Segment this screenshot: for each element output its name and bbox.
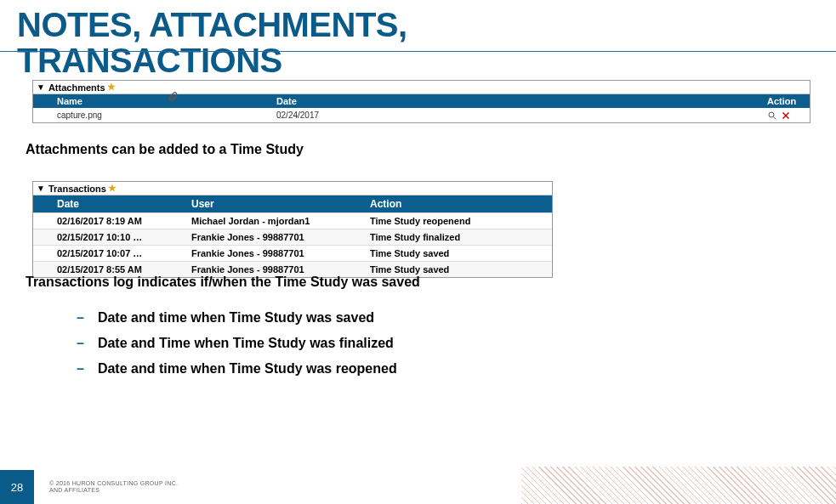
transaction-action: Time Study saved [365, 246, 552, 261]
transaction-date: 02/15/2017 10:10 … [33, 229, 186, 245]
transaction-user: Frankie Jones - 99887701 [186, 229, 365, 245]
bullet-item: –Date and time when Time Study was saved [77, 305, 836, 331]
attachment-name[interactable]: capture.png [33, 108, 271, 122]
col-date-header: Date [33, 195, 186, 212]
header-divider [0, 51, 836, 52]
copyright-line2: AND AFFILIATES [49, 487, 178, 494]
star-icon: ★ [108, 183, 117, 194]
paperclip-icon [167, 91, 179, 103]
transactions-panel-header[interactable]: ▼ Transactions ★ [33, 182, 552, 195]
transaction-row: 02/15/2017 10:10 … Frankie Jones - 99887… [33, 229, 552, 245]
svg-line-1 [774, 116, 776, 119]
transactions-label: Transactions [48, 184, 106, 194]
transaction-action: Time Study finalized [365, 229, 552, 245]
transactions-note: Transactions log indicates if/when the T… [0, 275, 836, 290]
col-action-header: Action [365, 195, 552, 212]
transaction-date: 02/16/2017 8:19 AM [33, 213, 186, 229]
bullet-item: –Date and time when Time Study was reope… [77, 356, 836, 382]
bullet-item: –Date and Time when Time Study was final… [77, 331, 836, 356]
footer: 28 © 2016 HURON CONSULTING GROUP INC. AN… [0, 470, 178, 504]
collapse-icon: ▼ [37, 184, 45, 193]
transaction-user: Frankie Jones - 99887701 [186, 246, 365, 261]
page-title-line2: TRANSACTIONS [0, 42, 836, 78]
attachment-date: 02/24/2017 [271, 108, 762, 122]
col-user-header: User [186, 195, 365, 212]
transaction-date: 02/15/2017 10:07 … [33, 246, 186, 261]
attachments-panel: ▼ Attachments ★ Name Date Action capture… [32, 80, 810, 123]
delete-icon[interactable] [781, 110, 791, 121]
star-icon: ★ [107, 82, 116, 93]
copyright-line1: © 2016 HURON CONSULTING GROUP INC. [49, 480, 178, 487]
transaction-user: Michael Jordan - mjordan1 [186, 213, 365, 229]
view-icon[interactable] [767, 110, 777, 121]
transactions-panel: ▼ Transactions ★ Date User Action 02/16/… [32, 181, 553, 278]
page-title-line1: NOTES, ATTACHMENTS, [0, 0, 836, 42]
col-action-header: Action [762, 94, 810, 108]
decorative-hatch [521, 467, 836, 504]
bullet-list: –Date and time when Time Study was saved… [0, 290, 836, 382]
dash-icon: – [77, 310, 84, 325]
copyright: © 2016 HURON CONSULTING GROUP INC. AND A… [34, 480, 178, 495]
col-date-header: Date [271, 94, 762, 108]
attachments-columns: Name Date Action [33, 94, 810, 108]
bullet-text: Date and time when Time Study was saved [98, 310, 374, 325]
attachment-row: capture.png 02/24/2017 [33, 108, 810, 122]
transaction-action: Time Study reopenend [365, 213, 552, 229]
transaction-row: 02/16/2017 8:19 AM Michael Jordan - mjor… [33, 212, 552, 229]
transaction-row: 02/15/2017 10:07 … Frankie Jones - 99887… [33, 245, 552, 261]
bullet-text: Date and time when Time Study was reopen… [98, 361, 397, 376]
dash-icon: – [77, 361, 84, 376]
bullet-text: Date and Time when Time Study was finali… [98, 336, 394, 350]
dash-icon: – [77, 336, 84, 350]
transactions-columns: Date User Action [33, 195, 552, 212]
attachments-panel-header[interactable]: ▼ Attachments ★ [33, 81, 810, 94]
attachments-label: Attachments [48, 82, 105, 93]
collapse-icon: ▼ [37, 82, 45, 92]
page-number: 28 [0, 470, 34, 504]
attachments-note: Attachments can be added to a Time Study [0, 123, 836, 157]
col-name-header: Name [33, 94, 271, 108]
svg-point-0 [769, 112, 774, 117]
